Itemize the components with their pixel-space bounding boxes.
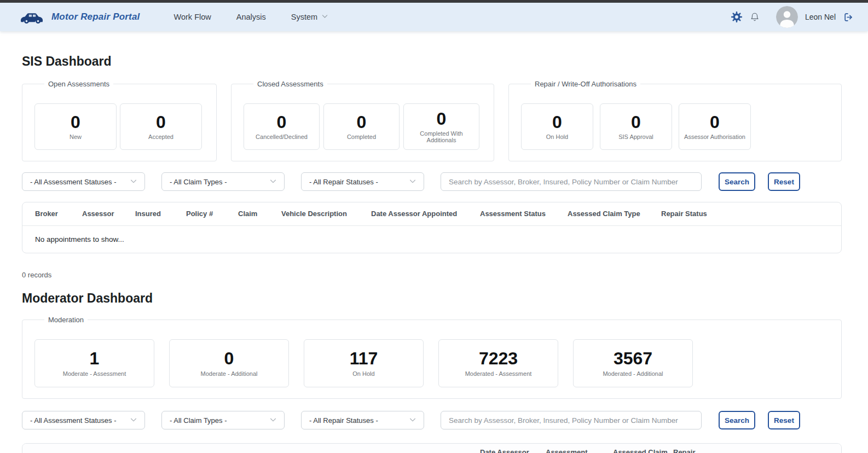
repair-writeoff-legend: Repair / Write-Off Authorisations [531,80,640,88]
repair-status-value-2: - All Repair Statuses - [309,416,378,425]
open-assessments-legend: Open Assessments [44,80,113,88]
col-assessor[interactable]: Assessor [127,444,190,453]
col-policy[interactable]: Policy # [186,202,238,226]
card-new[interactable]: 0 New [34,103,117,150]
card-moderate-assessment[interactable]: 1 Moderate - Assessment [34,339,154,387]
sis-filters-row: - All Assessment Statuses - - All Claim … [22,172,842,191]
card-sis-approval-value: 0 [631,113,641,132]
search-input-2[interactable] [441,411,702,429]
moderation-on-hold-value: 117 [350,350,378,368]
claim-type-select[interactable]: - All Claim Types - [161,172,285,191]
app-header: Motor Repair Portal Work Flow Analysis S… [0,3,868,31]
card-cancelled-label: Cancelled/Declined [252,133,311,140]
empty-row: No appointments to show... [22,226,841,253]
col-insured[interactable]: Insured [135,202,186,226]
col-insured[interactable]: Insured [190,444,263,453]
claim-type-value-2: - All Claim Types - [170,416,227,425]
nav-analysis[interactable]: Analysis [236,13,266,21]
chevron-down-icon [409,416,416,425]
reset-button[interactable]: Reset [768,172,800,191]
moderate-assessment-value: 1 [90,350,100,368]
search-button[interactable]: Search [719,172,755,191]
card-on-hold[interactable]: 0 On Hold [521,103,593,150]
card-assessor-authorisation[interactable]: 0 Assessor Authorisation [679,103,751,150]
header-right: Leon Nel [731,6,854,28]
brand-logo[interactable]: Motor Repair Portal [20,10,140,25]
moderate-additional-value: 0 [224,350,234,368]
gear-icon[interactable] [731,11,743,23]
nav-work-flow[interactable]: Work Flow [174,13,211,21]
table-header-row: Broker Assessor Insured Policy # Claim V… [22,202,841,226]
closed-assessments-legend: Closed Assessments [253,80,327,88]
moderation-on-hold-label: On Hold [349,370,378,377]
moderator-filters-row: - All Assessment Statuses - - All Claim … [22,411,842,429]
chevron-down-icon [130,177,137,187]
col-broker[interactable]: Broker [22,202,82,226]
search-button-2[interactable]: Search [719,411,755,429]
card-completed-additionals-label: Completed With Additionals [404,130,479,143]
col-vehicle-description[interactable]: Vehicle Description [281,202,371,226]
card-new-value: 0 [71,113,80,132]
sign-out-icon[interactable] [843,12,854,22]
user-name: Leon Nel [805,13,836,21]
moderation-legend: Moderation [44,316,88,324]
claim-type-select-2[interactable]: - All Claim Types - [161,411,285,429]
chevron-down-icon [409,177,416,187]
assessment-status-value-2: - All Assessment Statuses - [30,416,117,425]
moderation-group: Moderation 1 Moderate - Assessment 0 Mod… [22,316,842,399]
col-assessed-claim-type[interactable]: Assessed Claim Type [568,202,661,226]
moderate-assessment-label: Moderate - Assessment [60,370,130,377]
col-repair-status[interactable]: Repair Status [661,202,841,226]
card-completed[interactable]: 0 Completed [323,103,400,150]
col-assessment-status[interactable]: Assessment Status [546,444,613,453]
assessment-status-select-2[interactable]: - All Assessment Statuses - [22,411,145,429]
table-header-row: Broker Assessor Insured Policy # Claim V… [22,444,841,453]
bell-icon[interactable] [750,12,760,22]
card-accepted-label: Accepted [145,133,177,140]
col-date-assessor-appointed[interactable]: Date Assessor Appointed [371,202,480,226]
repair-status-value: - All Repair Statuses - [309,178,378,186]
col-claim[interactable]: Claim [329,444,374,453]
card-assessor-auth-label: Assessor Authorisation [681,133,749,140]
chevron-down-icon [269,416,277,425]
col-assessed-claim-type[interactable]: Assessed Claim Type [613,444,673,453]
claim-type-value: - All Claim Types - [170,178,227,186]
col-assessment-status[interactable]: Assessment Status [480,202,568,226]
card-on-hold-value: 0 [552,113,562,132]
search-input[interactable] [441,172,702,191]
sis-appointments-table: Broker Assessor Insured Policy # Claim V… [22,202,842,253]
col-policy[interactable]: Policy # [263,444,329,453]
col-repair-status[interactable]: Repair Status [673,444,717,453]
chevron-down-icon [321,13,328,21]
col-broker[interactable]: Broker [22,444,127,453]
moderated-assessment-value: 7223 [479,350,518,368]
card-sis-approval[interactable]: 0 SIS Approval [600,103,672,150]
moderator-appointments-table: Broker Assessor Insured Policy # Claim V… [22,443,842,453]
user-avatar[interactable] [776,6,798,28]
moderated-assessment-label: Moderated - Assessment [462,370,535,377]
moderator-dashboard-title: Moderator Dashboard [22,291,842,306]
card-accepted[interactable]: 0 Accepted [120,103,202,150]
main-content: SIS Dashboard Open Assessments 0 New 0 A… [0,31,868,453]
repair-status-select[interactable]: - All Repair Statuses - [301,172,424,191]
moderate-additional-label: Moderate - Additional [198,370,261,377]
col-date-assessor-appointed[interactable]: Date Assessor Appointed [480,444,546,453]
moderated-additional-label: Moderated - Additional [599,370,666,377]
card-completed-with-additionals[interactable]: 0 Completed With Additionals [403,103,479,150]
card-moderation-on-hold[interactable]: 117 On Hold [304,339,424,387]
reset-button-2[interactable]: Reset [768,411,800,429]
nav-system[interactable]: System [291,13,328,21]
assessment-status-select[interactable]: - All Assessment Statuses - [22,172,145,191]
card-moderate-additional[interactable]: 0 Moderate - Additional [169,339,289,387]
card-completed-value: 0 [357,113,367,132]
card-moderated-assessment[interactable]: 7223 Moderated - Assessment [438,339,558,387]
open-assessments-group: Open Assessments 0 New 0 Accepted [22,80,217,161]
col-claim[interactable]: Claim [238,202,281,226]
col-vehicle-description[interactable]: Vehicle Description [374,444,480,453]
records-count: 0 records [22,271,842,279]
repair-status-select-2[interactable]: - All Repair Statuses - [301,411,424,429]
col-assessor[interactable]: Assessor [82,202,135,226]
card-cancelled-declined[interactable]: 0 Cancelled/Declined [244,103,320,150]
card-moderated-additional[interactable]: 3567 Moderated - Additional [573,339,693,387]
card-completed-additionals-value: 0 [437,110,447,129]
